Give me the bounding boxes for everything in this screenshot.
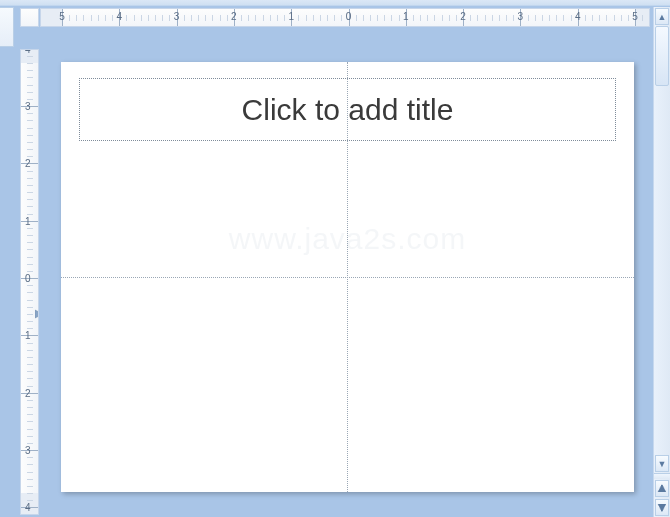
horizontal-ruler[interactable]: 54321012345 [40, 8, 650, 27]
previous-slide-button[interactable]: ⯅ [655, 480, 669, 497]
scroll-up-button[interactable]: ▲ [655, 8, 669, 25]
slide-thumbnails-pane[interactable] [0, 7, 14, 47]
next-slide-button[interactable]: ⯆ [655, 499, 669, 516]
double-chevron-up-icon: ⯅ [657, 483, 667, 494]
svg-marker-0 [35, 310, 39, 318]
watermark-text: www.java2s.com [61, 222, 634, 256]
title-placeholder-text: Click to add title [242, 93, 454, 127]
chevron-down-icon: ▼ [658, 459, 667, 469]
slide[interactable]: Click to add title www.java2s.com [61, 62, 634, 492]
scroll-down-button[interactable]: ▼ [655, 455, 669, 472]
ribbon-edge [0, 0, 670, 6]
ruler-margin-marker-icon[interactable] [35, 308, 39, 320]
title-placeholder[interactable]: Click to add title [79, 78, 616, 141]
vertical-scrollbar[interactable]: ▲ ▼ ⯅ ⯆ [653, 7, 670, 517]
ruler-corner [20, 8, 39, 27]
scroll-track[interactable] [654, 26, 670, 454]
slide-canvas-area[interactable]: Click to add title www.java2s.com [41, 30, 651, 515]
scrollbar-separator [654, 473, 670, 479]
scroll-thumb[interactable] [655, 26, 669, 86]
vertical-ruler[interactable]: 432101234 [20, 49, 39, 515]
double-chevron-down-icon: ⯆ [657, 502, 667, 513]
chevron-up-icon: ▲ [658, 12, 667, 22]
drawing-guide-horizontal[interactable] [61, 277, 634, 278]
